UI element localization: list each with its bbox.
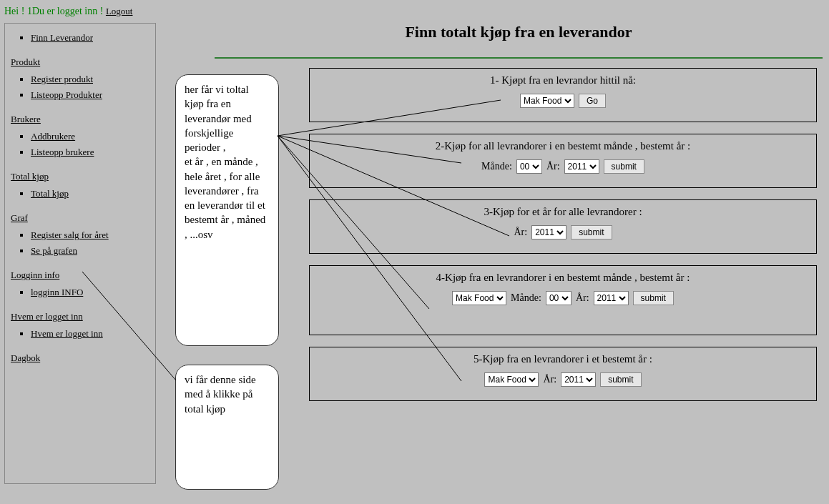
sidebar-link[interactable]: Total kjøp: [31, 188, 69, 199]
year-label: År:: [543, 374, 556, 385]
submit-button[interactable]: submit: [604, 159, 644, 174]
month-select[interactable]: 00: [546, 291, 572, 305]
sidebar-item[interactable]: Se på grafen: [31, 245, 152, 257]
sidebar-section: Produkt: [11, 56, 152, 68]
panel-supplier-year: 5-Kjøp fra en levrandorer i et bestemt å…: [309, 347, 817, 401]
note-box-description: her får vi toltal kjøp fra en leverandør…: [175, 74, 279, 346]
month-select[interactable]: 00: [516, 159, 542, 174]
logout-link[interactable]: Logout: [106, 6, 133, 16]
sidebar-section: Hvem er logget inn: [11, 311, 152, 322]
month-label: Månde:: [511, 292, 541, 304]
year-select[interactable]: 2011: [594, 291, 629, 305]
year-label: År:: [546, 161, 560, 172]
title-underline: [215, 57, 823, 59]
note-box-navigation-hint: vi får denne side med å klikke på total …: [175, 365, 279, 490]
query-panels: 1- Kjøpt fra en levrandor hittil nå: Mak…: [309, 68, 817, 412]
sidebar-link[interactable]: Register produkt: [31, 74, 93, 84]
sidebar-section: Logginn info: [11, 270, 152, 281]
submit-button[interactable]: submit: [633, 291, 674, 305]
sidebar-link[interactable]: logginn INFO: [31, 287, 83, 297]
panel-label: 5-Kjøp fra en levrandorer i et bestemt å…: [315, 353, 810, 365]
go-button[interactable]: Go: [579, 94, 606, 108]
sidebar-section: Total kjøp: [11, 171, 152, 182]
year-select[interactable]: 2011: [561, 372, 596, 387]
supplier-select[interactable]: Mak Food: [520, 94, 574, 108]
month-label: Månde:: [481, 161, 512, 172]
sidebar-link[interactable]: Hvem er logget inn: [31, 328, 103, 339]
sidebar-section: Brukere: [11, 114, 152, 125]
sidebar-item[interactable]: Listeopp Produkter: [31, 89, 152, 101]
panel-label: 3-Kjøp for et år for alle levrandorer :: [315, 206, 810, 218]
sidebar-item[interactable]: Register produkt: [31, 74, 152, 85]
year-label: År:: [514, 227, 527, 238]
sidebar-item[interactable]: Finn Leverandor: [31, 32, 152, 44]
year-select[interactable]: 2011: [564, 159, 599, 174]
panel-all-suppliers-year: 3-Kjøp for et år for alle levrandorer : …: [309, 199, 817, 254]
sidebar-link[interactable]: Register salg for året: [31, 229, 109, 240]
top-bar: Hei ! 1Du er logget inn ! Logout: [0, 0, 829, 23]
year-label: År:: [576, 292, 589, 304]
sidebar-item[interactable]: Hvem er logget inn: [31, 328, 152, 340]
year-select[interactable]: 2011: [531, 225, 566, 239]
panel-label: 2-Kjøp for all levrandorer i en bestemt …: [315, 140, 810, 152]
page-title: Finn totalt kjøp fra en leverandor: [215, 23, 823, 41]
sidebar-link[interactable]: Se på grafen: [31, 245, 77, 256]
submit-button[interactable]: submit: [600, 372, 641, 387]
sidebar-link[interactable]: Finn Leverandor: [31, 32, 93, 43]
sidebar-item[interactable]: logginn INFO: [31, 287, 152, 298]
panel-supplier-month-year: 4-Kjøp fra en levrandorer i en bestemt m…: [309, 265, 817, 335]
supplier-select[interactable]: Mak Food: [484, 372, 539, 387]
sidebar-link[interactable]: Listeopp brukere: [31, 147, 94, 157]
panel-purchase-so-far: 1- Kjøpt fra en levrandor hittil nå: Mak…: [309, 68, 817, 122]
sidebar-link[interactable]: Listeopp Produkter: [31, 89, 102, 100]
sidebar-item[interactable]: Addbrukere: [31, 131, 152, 142]
sidebar-item[interactable]: Total kjøp: [31, 188, 152, 199]
greeting-text: Hei ! 1Du er logget inn !: [4, 6, 103, 16]
sidebar-link[interactable]: Addbrukere: [31, 131, 75, 142]
sidebar-item[interactable]: Listeopp brukere: [31, 147, 152, 158]
panel-label: 1- Kjøpt fra en levrandor hittil nå:: [315, 74, 810, 87]
supplier-select[interactable]: Mak Food: [452, 291, 506, 305]
sidebar-section: Dagbok: [11, 352, 152, 364]
sidebar-item[interactable]: Register salg for året: [31, 229, 152, 241]
sidebar[interactable]: Finn LeverandorProduktRegister produktLi…: [4, 23, 156, 484]
sidebar-section: Graf: [11, 212, 152, 224]
panel-all-suppliers-month-year: 2-Kjøp for all levrandorer i en bestemt …: [309, 134, 817, 188]
submit-button[interactable]: submit: [571, 225, 612, 239]
panel-label: 4-Kjøp fra en levrandorer i en bestemt m…: [315, 272, 810, 284]
